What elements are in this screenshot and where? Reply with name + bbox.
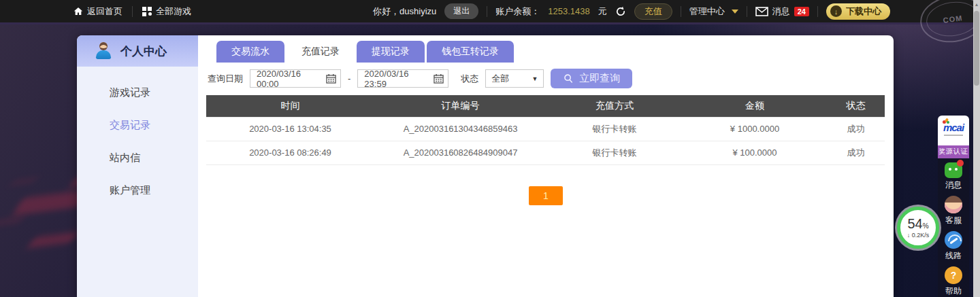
tab-wallet-transfer-records[interactable]: 钱包互转记录 xyxy=(427,41,514,63)
widget-help[interactable]: ? 帮助 xyxy=(938,266,969,297)
widget-customer-service[interactable]: 客服 xyxy=(938,196,969,226)
search-icon xyxy=(563,73,574,84)
table-row: 2020-03-16 13:04:35 A_202003161304346859… xyxy=(206,117,885,141)
chat-icon xyxy=(945,162,962,178)
date-to-value: 2020/03/16 23:59 xyxy=(364,69,429,89)
all-games-link[interactable]: 全部游戏 xyxy=(142,5,191,18)
divider xyxy=(747,6,747,17)
cell-time: 2020-03-16 13:04:35 xyxy=(206,117,374,141)
logout-button[interactable]: 退出 xyxy=(444,3,478,19)
date-to-input[interactable]: 2020/03/16 23:59 xyxy=(357,69,448,88)
logo-subtext-bar xyxy=(944,135,963,136)
sidebar-item-game-records[interactable]: 游戏记录 xyxy=(77,76,198,109)
status-label: 状态 xyxy=(461,73,478,85)
divider xyxy=(487,6,487,17)
home-icon xyxy=(74,7,83,16)
download-center-button[interactable]: ↓ 下载中心 xyxy=(826,3,890,20)
network-speed-badge[interactable]: 54% ↓ 0.2K/s xyxy=(897,207,939,249)
table-row: 2020-03-16 08:26:49 A_202003160826484909… xyxy=(206,141,885,164)
all-games-label: 全部游戏 xyxy=(156,5,191,18)
accent-line xyxy=(0,22,980,24)
sidebar-item-site-messages[interactable]: 站内信 xyxy=(77,141,198,174)
scrollbar-up-arrow[interactable]: ▲ xyxy=(973,2,980,7)
cell-method: 银行卡转账 xyxy=(546,117,683,141)
sidebar-title: 个人中心 xyxy=(120,43,167,59)
background-shape xyxy=(28,232,78,248)
widget-messages-label: 消息 xyxy=(945,179,962,191)
pagination: 1 xyxy=(198,186,894,205)
mcai-logo-icon xyxy=(943,118,949,125)
search-button-label: 立即查询 xyxy=(579,72,620,85)
search-button[interactable]: 立即查询 xyxy=(551,69,632,88)
page-1-button[interactable]: 1 xyxy=(529,186,563,205)
admin-center-menu[interactable]: 管理中心 xyxy=(689,5,738,18)
greeting-text: 你好，dushiyizu xyxy=(373,5,436,18)
widget-lines-label: 线路 xyxy=(945,250,962,262)
date-range-separator: - xyxy=(348,73,350,84)
background-shape xyxy=(0,217,24,226)
column-header-amount: 金额 xyxy=(683,95,827,117)
widget-icon-stack: 消息 客服 线路 ? 帮助 ⊤ xyxy=(938,158,969,297)
tab-bar: 交易流水 充值记录 提现记录 钱包互转记录 xyxy=(198,35,894,63)
column-header-status: 状态 xyxy=(827,95,885,117)
cell-status: 成功 xyxy=(827,141,885,164)
tab-transaction-flow[interactable]: 交易流水 xyxy=(216,41,284,63)
download-center-label: 下载中心 xyxy=(846,5,881,18)
recharge-button[interactable]: 充值 xyxy=(634,3,672,20)
divider xyxy=(132,6,133,17)
background-shape xyxy=(10,178,37,186)
cell-order-id: A_202003160826484909047 xyxy=(374,141,546,164)
cell-time: 2020-03-16 08:26:49 xyxy=(206,141,374,164)
sidebar-item-transaction-records[interactable]: 交易记录 xyxy=(77,109,198,141)
sidebar: 个人中心 游戏记录 交易记录 站内信 账户管理 xyxy=(77,35,198,297)
customer-service-icon xyxy=(945,196,962,213)
speed-percent: 54 xyxy=(907,216,922,231)
cell-method: 银行卡转账 xyxy=(546,141,683,164)
mcai-logo-badge[interactable]: mcai xyxy=(938,116,969,145)
widget-service-label: 客服 xyxy=(945,215,962,226)
sidebar-item-account-management[interactable]: 账户管理 xyxy=(77,174,198,207)
main-content: 交易流水 充值记录 提现记录 钱包互转记录 查询日期 2020/03/16 00… xyxy=(198,35,894,297)
top-navigation-bar: 返回首页 全部游戏 你好，dushiyizu 退出 账户余额： 1253.143… xyxy=(0,0,973,22)
tab-withdraw-records[interactable]: 提现记录 xyxy=(357,41,425,63)
speed-percent-unit: % xyxy=(923,222,929,230)
balance-label: 账户余额： xyxy=(495,5,540,18)
records-table: 时间 订单编号 充值方式 金额 状态 2020-03-16 13:04:35 A… xyxy=(206,95,885,165)
grid-icon xyxy=(142,7,152,16)
table-header-row: 时间 订单编号 充值方式 金额 状态 xyxy=(206,95,885,117)
personal-center-panel: 个人中心 游戏记录 交易记录 站内信 账户管理 交易流水 充值记录 提现记录 钱… xyxy=(77,35,894,297)
refresh-icon[interactable] xyxy=(615,6,626,17)
cell-amount: ¥ 100.0000 xyxy=(683,141,827,164)
cell-order-id: A_202003161304346859463 xyxy=(374,117,546,141)
envelope-icon xyxy=(755,7,768,16)
scrollbar-thumb[interactable] xyxy=(974,11,979,86)
date-range-label: 查询日期 xyxy=(208,73,243,85)
user-avatar-icon xyxy=(95,42,112,60)
home-link[interactable]: 返回首页 xyxy=(74,5,122,18)
column-header-order-id: 订单编号 xyxy=(374,95,546,117)
column-header-time: 时间 xyxy=(206,95,374,117)
status-select[interactable]: 全部 ▼ xyxy=(485,69,544,88)
query-toolbar: 查询日期 2020/03/16 00:00 - 2020/03/16 23:59… xyxy=(208,69,894,88)
widget-messages[interactable]: 消息 xyxy=(938,162,969,191)
home-label: 返回首页 xyxy=(87,5,122,18)
question-mark-icon: ? xyxy=(945,266,962,284)
cell-status: 成功 xyxy=(827,117,885,141)
chevron-down-icon xyxy=(732,10,738,14)
tab-recharge-records[interactable]: 充值记录 xyxy=(287,41,355,63)
watermark-text: COM xyxy=(943,14,963,24)
calendar-icon[interactable] xyxy=(326,73,336,84)
floating-sidebar-widget: mcai 奖源认证 消息 客服 线路 ? 帮助 ⊤ xyxy=(938,116,969,297)
divider xyxy=(681,6,681,17)
calendar-icon[interactable] xyxy=(434,73,444,84)
admin-center-label: 管理中心 xyxy=(689,5,725,18)
cell-amount: ¥ 1000.0000 xyxy=(683,117,827,141)
page-scrollbar[interactable]: ▲ xyxy=(973,0,980,297)
widget-help-label: 帮助 xyxy=(945,285,962,297)
messages-link[interactable]: 消息 24 xyxy=(755,5,809,18)
certification-band: 奖源认证 xyxy=(938,145,969,158)
date-from-input[interactable]: 2020/03/16 00:00 xyxy=(250,69,341,88)
speedometer-icon xyxy=(945,231,962,249)
column-header-method: 充值方式 xyxy=(546,95,683,117)
widget-lines[interactable]: 线路 xyxy=(938,231,969,262)
